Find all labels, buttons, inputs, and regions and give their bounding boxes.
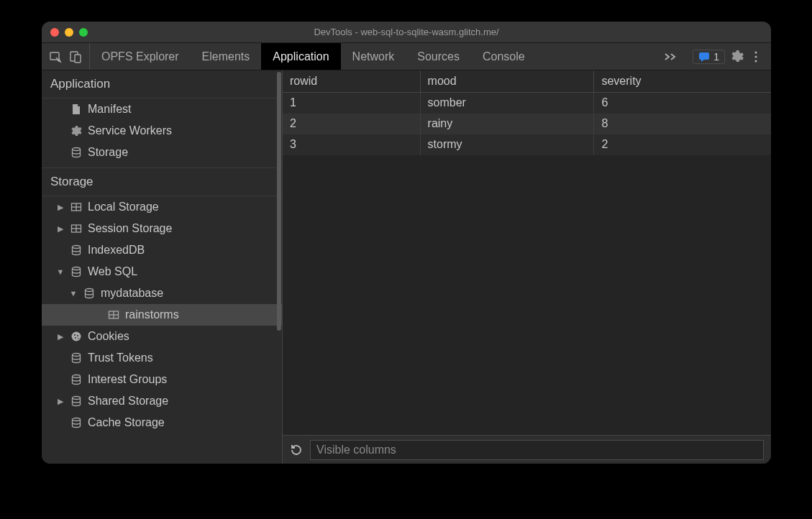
database-icon [70,146,83,159]
tree-item-mydatabase[interactable]: ▼mydatabase [42,283,282,304]
tree-item-shared-storage[interactable]: ▶Shared Storage [42,390,282,412]
svg-point-5 [754,55,757,58]
table-icon [107,308,120,321]
tab-elements[interactable]: Elements [191,43,262,70]
column-header[interactable]: rowid [283,70,420,93]
svg-point-25 [73,354,81,357]
tab-application[interactable]: Application [261,43,340,70]
inspect-icon[interactable] [49,50,62,63]
issues-badge[interactable]: 1 [693,50,725,64]
toolbar-right: 1 [684,43,771,70]
svg-point-16 [86,289,93,292]
more-tabs-button[interactable] [657,43,684,70]
tree-item-label: Cookies [88,330,129,343]
panel-tabs: OPFS ExplorerElementsApplicationNetworkS… [90,43,657,70]
refresh-icon[interactable] [290,444,303,456]
issues-count: 1 [713,51,719,63]
svg-point-7 [73,148,81,151]
tree-item-label: mydatabase [101,287,163,300]
issue-icon [698,52,710,62]
tree-item-label: Shared Storage [88,395,168,408]
tree-item-rainstorms[interactable]: ▶rainstorms [42,304,282,326]
svg-point-22 [77,335,78,336]
tree-item-interest-groups[interactable]: ▶Interest Groups [42,369,282,390]
more-menu-icon[interactable] [749,50,762,63]
tree-item-label: Session Storage [88,222,172,235]
database-icon [70,244,83,257]
chevron-right-icon: ▶ [56,397,65,406]
cookie-icon [70,330,83,343]
svg-point-28 [73,418,81,421]
svg-point-20 [72,332,81,341]
traffic-lights [42,28,88,37]
chevron-down-icon: ▼ [56,267,65,276]
gear-icon [70,124,83,137]
tree-item-session-storage[interactable]: ▶Session Storage [42,218,282,239]
table-cell: 6 [594,93,771,114]
table-cell: 1 [283,93,420,114]
svg-point-4 [754,51,757,53]
svg-point-26 [73,375,81,378]
visible-columns-input[interactable] [310,440,764,460]
svg-point-24 [78,338,79,339]
table-row[interactable]: 1somber6 [283,93,771,114]
tree-item-trust-tokens[interactable]: ▶Trust Tokens [42,347,282,369]
tab-network[interactable]: Network [341,43,406,70]
database-icon [83,287,96,300]
tab-sources[interactable]: Sources [406,43,471,70]
svg-point-14 [73,246,81,249]
tree-item-storage[interactable]: ▶Storage [42,142,282,163]
table-footer [283,435,771,464]
tab-opfs-explorer[interactable]: OPFS Explorer [90,43,191,70]
table-icon [70,201,83,213]
settings-icon[interactable] [731,50,744,63]
tree-item-label: IndexedDB [88,244,145,257]
database-icon [70,373,83,386]
chevron-right-icon: ▶ [56,224,65,234]
minimize-window-button[interactable] [65,28,73,37]
svg-point-15 [73,267,81,270]
tree-item-label: Storage [88,146,128,159]
main-toolbar: OPFS ExplorerElementsApplicationNetworkS… [42,43,771,70]
tree-item-label: Interest Groups [88,373,167,386]
tree-item-label: Manifest [88,103,131,116]
scrollbar-thumb[interactable] [277,72,281,331]
svg-point-27 [73,397,81,400]
table-row[interactable]: 3stormy2 [283,134,771,155]
tree-item-cookies[interactable]: ▶Cookies [42,326,282,347]
tree-item-web-sql[interactable]: ▼Web SQL [42,261,282,283]
svg-point-6 [754,60,757,62]
svg-point-23 [75,337,76,339]
tree-item-label: Cache Storage [88,416,165,429]
chevron-down-icon: ▼ [69,289,78,298]
table-icon [70,222,83,235]
table-cell: 2 [594,134,771,155]
maximize-window-button[interactable] [79,28,88,37]
section-header: Storage [42,167,282,196]
column-header[interactable]: severity [594,70,771,93]
tree-item-cache-storage[interactable]: ▶Cache Storage [42,412,282,433]
chevron-right-icon: ▶ [56,203,65,212]
titlebar: DevTools - web-sql-to-sqlite-wasm.glitch… [42,22,771,43]
column-header[interactable]: mood [420,70,594,93]
tree-item-local-storage[interactable]: ▶Local Storage [42,196,282,218]
table-header-row: rowidmoodseverity [283,70,771,93]
table-row[interactable]: 2rainy8 [283,114,771,134]
table-cell: 8 [594,114,771,134]
tree-item-manifest[interactable]: ▶Manifest [42,98,282,120]
data-table: rowidmoodseverity 1somber62rainy83stormy… [283,70,771,155]
table-cell: 3 [283,134,420,155]
svg-rect-3 [699,52,709,60]
tree-item-indexeddb[interactable]: ▶IndexedDB [42,239,282,261]
tab-console[interactable]: Console [471,43,537,70]
tree-item-label: Local Storage [88,201,159,213]
application-sidebar: Application▶Manifest▶Service Workers▶Sto… [42,70,283,464]
close-window-button[interactable] [50,28,59,37]
table-cell: rainy [420,114,594,134]
table-container: rowidmoodseverity 1somber62rainy83stormy… [283,70,771,435]
table-body: 1somber62rainy83stormy2 [283,93,771,155]
device-toggle-icon[interactable] [69,50,82,63]
section-header: Application [42,70,282,98]
tree-item-service-workers[interactable]: ▶Service Workers [42,120,282,142]
tree-item-label: Service Workers [88,124,172,137]
